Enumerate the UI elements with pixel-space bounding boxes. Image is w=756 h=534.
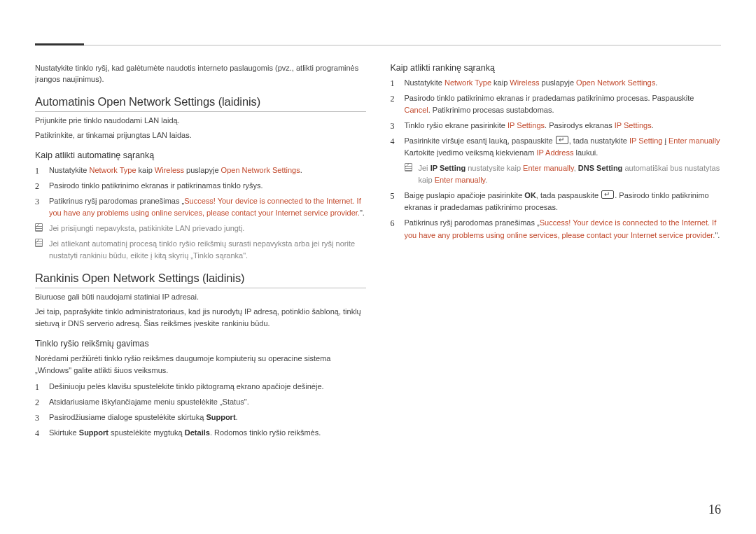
manual-step-3: Tinklo ryšio ekrane pasirinkite IP Setti…	[391, 120, 722, 132]
auto-step-3: Patikrinus ryšį parodomas pranešimas „Su…	[35, 195, 366, 219]
manual-p1: Biuruose gali būti naudojami statiniai I…	[35, 291, 366, 303]
manual-step-6: Patikrinus ryšį parodomas pranešimas „Su…	[391, 217, 722, 241]
heading-manual-howto: Kaip atlikti rankinę sąranką	[391, 63, 722, 73]
values-step-4: Skirtuke Support spustelėkite mygtuką De…	[35, 427, 366, 439]
heading-values: Tinklo ryšio reikšmių gavimas	[35, 339, 366, 349]
header-rule	[35, 45, 721, 45]
chapter-mark	[35, 43, 84, 45]
heading-auto-howto: Kaip atlikti automatinę sąranką	[35, 150, 366, 160]
manual-p2: Jei taip, paprašykite tinklo administrat…	[35, 306, 366, 330]
auto-p1: Prijunkite prie tinklo naudodami LAN lai…	[35, 115, 366, 127]
content-columns: Nustatykite tinklo ryšį, kad galėtumėte …	[35, 28, 721, 442]
auto-note-2: Jei atliekant automatinį procesą tinklo …	[35, 238, 366, 262]
values-steps: Dešiniuoju pelės klavišu spustelėkite ti…	[35, 381, 366, 439]
heading-manual-settings: Rankinis Open Network Settings (laidinis…	[35, 272, 366, 288]
auto-p2: Patikrinkite, ar tinkamai prijungtas LAN…	[35, 129, 366, 141]
page-number: 16	[708, 503, 721, 517]
manual-step-4-note: Jei IP Setting nustatysite kaip Enter ma…	[405, 162, 722, 186]
values-step-1: Dešiniuoju pelės klavišu spustelėkite ti…	[35, 381, 366, 393]
enter-icon	[556, 136, 568, 144]
auto-steps: Nustatykite Network Type kaip Wireless p…	[35, 164, 366, 219]
auto-step-1: Nustatykite Network Type kaip Wireless p…	[35, 164, 366, 176]
manual-step-1: Nustatykite Network Type kaip Wireless p…	[391, 77, 722, 89]
values-step-2: Atsidariusiame iškylančiajame meniu spus…	[35, 396, 366, 408]
enter-icon	[601, 190, 614, 199]
manual-step-5: Baigę puslapio apačioje pasirinkite OK, …	[391, 190, 722, 213]
auto-note-1: Jei prisijungti nepavyksta, patikinkite …	[35, 223, 366, 234]
manual-steps: Nustatykite Network Type kaip Wireless p…	[391, 77, 722, 241]
manual-step-2: Pasirodo tinklo patikrinimo ekranas ir p…	[391, 92, 722, 116]
right-column: Kaip atlikti rankinę sąranką Nustatykite…	[391, 63, 722, 442]
manual-page: Nustatykite tinklo ryšį, kad galėtumėte …	[0, 0, 756, 534]
left-column: Nustatykite tinklo ryšį, kad galėtumėte …	[35, 63, 366, 442]
auto-step-2: Pasirodo tinklo patikrinimo ekranas ir p…	[35, 180, 366, 192]
values-step-3: Pasirodžiusiame dialoge spustelėkite ski…	[35, 412, 366, 423]
heading-auto-settings: Automatinis Open Network Settings (laidi…	[35, 95, 366, 112]
values-intro: Norėdami peržiūrėti tinklo ryšio reikšme…	[35, 353, 366, 377]
intro-text: Nustatykite tinklo ryšį, kad galėtumėte …	[35, 63, 366, 85]
manual-step-4: Pasirinkite viršuje esantį lauką, paspau…	[391, 135, 722, 186]
